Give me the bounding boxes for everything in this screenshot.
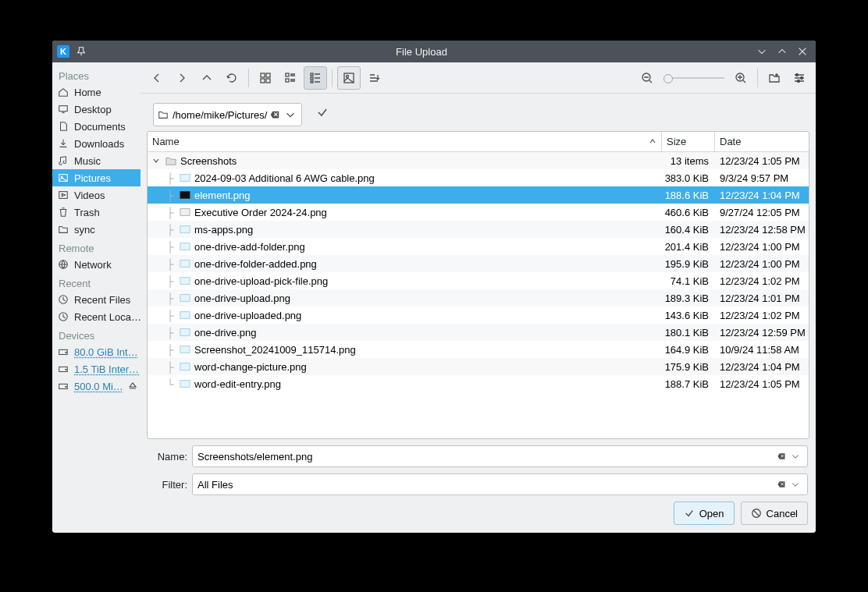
sidebar-item-videos[interactable]: Videos: [52, 186, 141, 204]
filter-value: All Files: [197, 479, 774, 491]
icons-view-button[interactable]: [254, 66, 277, 90]
sidebar-item-home[interactable]: Home: [52, 83, 141, 101]
image-thumb-icon: [179, 189, 191, 201]
file-row[interactable]: ├one-drive.png180.1 KiB12/23/24 12:59 PM: [148, 324, 809, 341]
file-size: 164.9 KiB: [662, 344, 715, 356]
eject-icon[interactable]: [128, 381, 137, 392]
image-thumb-icon: [179, 240, 191, 253]
file-row[interactable]: ├one-drive-folder-added.png195.9 KiB12/2…: [148, 255, 809, 272]
zoom-in-button[interactable]: [729, 66, 752, 90]
file-size: 189.3 KiB: [662, 292, 715, 304]
name-input[interactable]: Screenshots/element.png: [192, 445, 808, 467]
drive-icon: [57, 346, 69, 358]
recent-icon: [57, 293, 69, 306]
image-thumb-icon: [179, 360, 191, 373]
file-date: 12/23/24 1:00 PM: [715, 241, 809, 253]
zoom-slider[interactable]: [663, 76, 724, 80]
sidebar-item-recent-files[interactable]: Recent Files: [52, 291, 141, 308]
up-button[interactable]: [195, 66, 219, 90]
maximize-button[interactable]: [775, 44, 789, 58]
folder-row[interactable]: Screenshots13 items12/23/24 1:05 PM: [148, 152, 809, 169]
sidebar-item-pictures[interactable]: Pictures: [52, 169, 141, 186]
image-thumb-icon: [179, 378, 191, 390]
sidebar-item-trash[interactable]: Trash: [52, 204, 141, 221]
collapse-icon[interactable]: [151, 155, 162, 166]
new-folder-button[interactable]: [763, 66, 786, 90]
svg-rect-17: [286, 73, 289, 76]
main-area: /home/mike/Pictures/ Name Size Date Scre…: [141, 62, 816, 533]
tree-line: ├: [165, 275, 176, 287]
forward-button[interactable]: [170, 66, 194, 90]
sidebar-item-1-5-tib-inter-[interactable]: 1.5 TiB Inter…: [52, 360, 141, 378]
filter-input[interactable]: All Files: [192, 473, 808, 495]
file-row[interactable]: ├Executive Order 2024-24.png460.6 KiB9/2…: [148, 204, 809, 221]
sidebar-item-sync[interactable]: sync: [52, 221, 141, 238]
back-button[interactable]: [145, 66, 169, 90]
sort-button[interactable]: [362, 66, 386, 90]
open-button[interactable]: Open: [674, 502, 735, 525]
file-row[interactable]: ├element.png188.6 KiB12/23/24 1:04 PM: [148, 186, 809, 204]
sidebar-item-recent-loca-[interactable]: Recent Loca…: [52, 308, 141, 325]
file-row[interactable]: ├Screenshot_20241009_115714.png164.9 KiB…: [148, 341, 809, 358]
file-size: 74.1 KiB: [662, 275, 715, 287]
sidebar-item-music[interactable]: Music: [52, 152, 141, 169]
path-bar[interactable]: /home/mike/Pictures/: [153, 103, 302, 126]
folder-date: 12/23/24 1:05 PM: [715, 155, 809, 167]
svg-rect-29: [180, 175, 190, 182]
tree-line: ├: [165, 344, 176, 356]
preview-button[interactable]: [337, 66, 361, 90]
clear-filter-button[interactable]: [774, 477, 788, 491]
details-view-button[interactable]: [304, 66, 327, 90]
sidebar-item-downloads[interactable]: Downloads: [52, 135, 141, 152]
file-date: 12/23/24 1:02 PM: [715, 310, 809, 321]
file-name: Executive Order 2024-24.png: [194, 207, 327, 218]
file-date: 12/23/24 1:04 PM: [715, 190, 809, 201]
file-name: word-edit-entry.png: [194, 378, 281, 390]
file-name: one-drive.png: [194, 327, 257, 339]
file-row[interactable]: ├2024-09-03 Additional 6 AWG cable.png38…: [148, 169, 809, 186]
svg-rect-33: [180, 243, 190, 250]
image-thumb-icon: [179, 326, 191, 339]
svg-rect-16: [266, 79, 270, 83]
recent-icon: [57, 310, 69, 323]
column-name[interactable]: Name: [148, 132, 662, 151]
sidebar-item-documents[interactable]: Documents: [52, 118, 141, 135]
image-thumb-icon: [179, 223, 191, 236]
sidebar-item-label: Home: [74, 87, 101, 98]
tree-line: └: [165, 378, 176, 390]
settings-button[interactable]: [788, 66, 811, 90]
tree-line: ├: [165, 172, 176, 184]
close-button[interactable]: [795, 44, 809, 58]
svg-rect-40: [180, 363, 190, 370]
sidebar-item-80-0-gib-int-[interactable]: 80.0 GiB Int…: [52, 343, 141, 360]
zoom-out-button[interactable]: [635, 66, 659, 90]
name-dropdown-button[interactable]: [788, 449, 802, 463]
check-icon: [684, 508, 695, 519]
drive-icon: [57, 380, 69, 392]
clear-name-button[interactable]: [774, 449, 788, 463]
file-row[interactable]: ├one-drive-add-folder.png201.4 KiB12/23/…: [148, 238, 809, 255]
file-row[interactable]: ├one-drive-uploaded.png143.6 KiB12/23/24…: [148, 307, 809, 324]
filter-dropdown-button[interactable]: [788, 477, 802, 491]
compact-view-button[interactable]: [279, 66, 302, 90]
minimize-button[interactable]: [755, 44, 769, 58]
path-dropdown-button[interactable]: [283, 107, 298, 122]
column-date[interactable]: Date: [715, 132, 809, 151]
svg-rect-36: [180, 295, 190, 302]
file-row[interactable]: ├ms-apps.png160.4 KiB12/23/24 12:58 PM: [148, 221, 809, 238]
file-name: element.png: [194, 190, 251, 201]
cancel-button[interactable]: Cancel: [741, 502, 808, 525]
accept-path-button[interactable]: [313, 106, 332, 119]
file-row[interactable]: ├one-drive-upload-pick-file.png74.1 KiB1…: [148, 272, 809, 289]
file-row[interactable]: ├word-change-picture.png175.9 KiB12/23/2…: [148, 358, 809, 375]
file-row[interactable]: ├one-drive-upload.png189.3 KiB12/23/24 1…: [148, 289, 809, 307]
file-row[interactable]: └word-edit-entry.png188.7 KiB12/23/24 1:…: [148, 375, 809, 392]
column-size[interactable]: Size: [662, 132, 715, 151]
clear-path-button[interactable]: [267, 107, 283, 122]
sidebar-item-desktop[interactable]: Desktop: [52, 101, 141, 118]
reload-button[interactable]: [220, 66, 244, 90]
pin-icon[interactable]: [74, 44, 88, 58]
sidebar-item-500-0-mi-[interactable]: 500.0 Mi…: [52, 378, 141, 395]
sidebar-item-label: 1.5 TiB Inter…: [74, 363, 139, 375]
sidebar-item-network[interactable]: Network: [52, 256, 141, 273]
